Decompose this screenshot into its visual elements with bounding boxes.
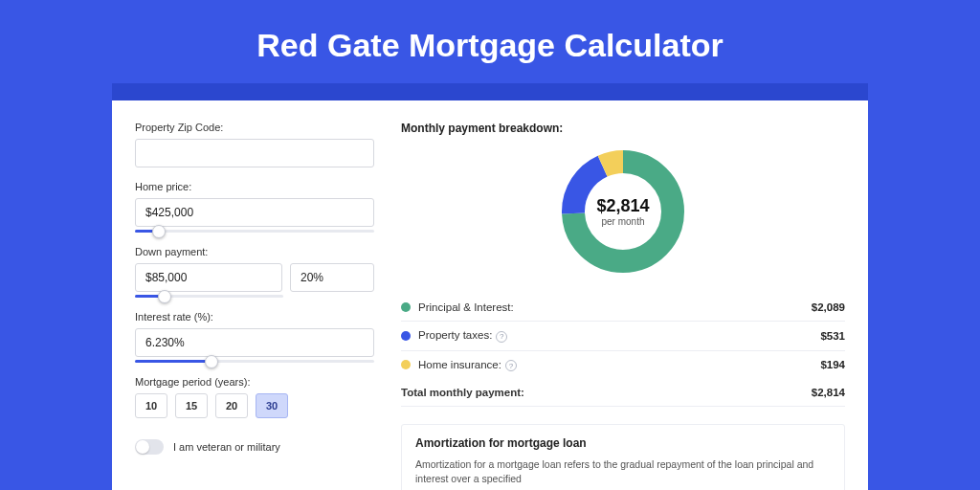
legend-dot-icon (401, 360, 411, 369)
info-icon[interactable]: ? (496, 331, 507, 343)
veteran-toggle-label: I am veteran or military (173, 441, 280, 453)
veteran-toggle[interactable] (135, 439, 164, 455)
down-payment-slider-thumb[interactable] (158, 290, 171, 303)
donut-sublabel: per month (601, 216, 644, 227)
amortization-title: Amortization for mortgage loan (415, 436, 831, 450)
info-icon[interactable]: ? (505, 360, 517, 371)
legend-dot-icon (401, 302, 411, 312)
down-payment-label: Down payment: (135, 246, 374, 257)
down-payment-percent-input[interactable] (290, 263, 374, 292)
breakdown-column: Monthly payment breakdown: $2,814 per mo… (401, 122, 845, 490)
amortization-card: Amortization for mortgage loan Amortizat… (401, 424, 845, 490)
mortgage-period-label: Mortgage period (years): (135, 376, 374, 388)
amortization-text: Amortization for a mortgage loan refers … (415, 457, 831, 485)
down-payment-input[interactable] (135, 263, 282, 292)
donut-chart: $2,814 per month (401, 146, 845, 277)
breakdown-value: $2,089 (812, 301, 845, 313)
header-band (112, 83, 868, 100)
breakdown-label: Home insurance:? (418, 359, 820, 372)
breakdown-value: $194 (820, 359, 845, 370)
period-button-30[interactable]: 30 (256, 393, 288, 418)
interest-rate-slider[interactable] (135, 360, 374, 363)
mortgage-period-group: 10152030 (135, 393, 374, 418)
down-payment-slider[interactable] (135, 295, 283, 298)
page-title: Red Gate Mortgage Calculator (0, 0, 980, 83)
breakdown-label: Property taxes:? (418, 329, 820, 343)
breakdown-row: Principal & Interest:$2,089 (401, 294, 845, 322)
home-price-slider[interactable] (135, 230, 374, 233)
total-label: Total monthly payment: (401, 387, 812, 398)
total-row: Total monthly payment: $2,814 (401, 379, 845, 407)
inputs-column: Property Zip Code: Home price: Down paym… (135, 122, 374, 490)
home-price-label: Home price: (135, 181, 374, 192)
donut-center: $2,814 per month (558, 146, 688, 277)
interest-rate-slider-fill (135, 360, 212, 363)
period-button-10[interactable]: 10 (135, 393, 167, 418)
period-button-20[interactable]: 20 (215, 393, 248, 418)
donut-amount: $2,814 (596, 196, 649, 216)
home-price-slider-thumb[interactable] (152, 225, 166, 238)
home-price-input[interactable] (135, 198, 374, 227)
zip-input[interactable] (135, 139, 374, 167)
breakdown-title: Monthly payment breakdown: (401, 122, 845, 135)
interest-rate-input[interactable] (135, 328, 374, 357)
interest-rate-label: Interest rate (%): (135, 311, 374, 323)
zip-label: Property Zip Code: (135, 122, 374, 133)
total-value: $2,814 (812, 387, 845, 398)
breakdown-label: Principal & Interest: (418, 301, 812, 313)
breakdown-value: $531 (820, 330, 845, 342)
breakdown-row: Property taxes:?$531 (401, 322, 845, 351)
veteran-toggle-knob (136, 440, 149, 454)
breakdown-row: Home insurance:?$194 (401, 351, 845, 380)
period-button-15[interactable]: 15 (175, 393, 208, 418)
legend-dot-icon (401, 331, 411, 341)
interest-rate-slider-thumb[interactable] (205, 355, 218, 368)
calculator-card: Property Zip Code: Home price: Down paym… (112, 100, 868, 490)
